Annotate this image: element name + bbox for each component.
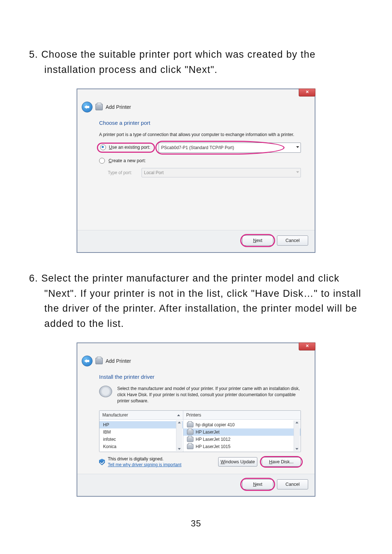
type-of-port-label: Type of port: <box>108 170 132 175</box>
step-6-text: Select the printer manufacturer and the … <box>41 273 362 329</box>
driver-signing-link[interactable]: Tell me why driver signing is important <box>108 462 181 467</box>
printer-icon <box>187 444 193 449</box>
close-icon[interactable]: ✕ <box>299 342 315 350</box>
choose-port-dialog: ✕ Add Printer Choose a printer port A pr… <box>77 89 315 253</box>
shield-icon <box>99 459 105 465</box>
sort-asc-icon <box>177 414 180 416</box>
signed-text: This driver is digitally signed. <box>108 456 181 461</box>
next-button[interactable]: Next <box>242 479 273 489</box>
use-existing-port-radio[interactable] <box>100 144 106 150</box>
install-driver-dialog: ✕ Add Printer Install the printer driver… <box>77 342 315 497</box>
printers-header[interactable]: Printers <box>183 411 301 420</box>
use-existing-port-row[interactable]: Use an existing port: PScab0d7-P1 (Stand… <box>97 143 301 153</box>
type-of-port-select: Local Port <box>142 168 301 177</box>
printer-item[interactable]: HP LaserJet <box>183 428 301 436</box>
dialog1-heading: Choose a printer port <box>99 120 301 126</box>
printer-icon <box>187 437 193 442</box>
dialog2-desc: Select the manufacturer and model of you… <box>117 386 301 404</box>
close-icon[interactable]: ✕ <box>299 89 315 97</box>
create-new-port-label: Create a new port: <box>109 158 146 163</box>
chevron-down-icon <box>296 171 299 173</box>
dialog1-title: Add Printer <box>106 104 131 110</box>
printer-icon <box>95 358 103 364</box>
dialog2-heading: Install the printer driver <box>99 374 301 380</box>
manufacturer-header[interactable]: Manufacturer <box>99 411 183 420</box>
printer-icon <box>187 422 193 427</box>
page-number: 35 <box>29 518 363 529</box>
type-of-port-value: Local Port <box>144 170 164 175</box>
driver-picker: Manufacturer HP IBM infotec Konica Print… <box>99 410 301 452</box>
dialog2-title: Add Printer <box>106 358 131 364</box>
step-5-text: Choose the suitable printer port which w… <box>41 49 316 75</box>
create-new-port-radio[interactable] <box>99 158 105 164</box>
disc-icon <box>99 386 112 397</box>
manufacturer-item[interactable]: infotec <box>99 436 183 443</box>
manufacturer-item[interactable]: IBM <box>99 428 183 436</box>
step-5: 5. Choose the suitable printer port whic… <box>29 47 363 78</box>
step-5-number: 5. <box>29 49 41 60</box>
create-new-port-row[interactable]: Create a new port: <box>99 158 301 164</box>
step-6: 6. Select the printer manufacturer and t… <box>29 271 363 332</box>
cancel-button[interactable]: Cancel <box>277 479 308 489</box>
have-disk-button[interactable]: Have Disk... <box>262 457 301 467</box>
manufacturer-item[interactable]: HP <box>99 421 183 428</box>
existing-port-select[interactable]: PScab0d7-P1 (Standard TCP/IP Port) <box>159 143 301 153</box>
existing-port-value: PScab0d7-P1 (Standard TCP/IP Port) <box>161 145 234 150</box>
printer-item[interactable]: hp digital copier 410 <box>183 421 301 428</box>
back-icon[interactable] <box>82 356 93 366</box>
chevron-down-icon[interactable] <box>296 146 299 148</box>
manufacturer-item[interactable]: Konica <box>99 443 183 450</box>
next-button[interactable]: Next <box>242 235 273 246</box>
type-of-port-row: Type of port: Local Port <box>99 168 301 177</box>
scrollbar[interactable] <box>176 420 182 451</box>
back-icon[interactable] <box>82 102 93 112</box>
printer-item[interactable]: HP LaserJet 1012 <box>183 436 301 443</box>
scrollbar[interactable] <box>294 420 300 451</box>
cancel-button[interactable]: Cancel <box>277 235 308 246</box>
printer-item[interactable]: HP LaserJet 1015 <box>183 443 301 450</box>
printer-icon <box>187 430 193 435</box>
step-6-number: 6. <box>29 273 41 284</box>
printer-icon <box>95 104 103 110</box>
windows-update-button[interactable]: Windows Update <box>218 457 257 467</box>
dialog1-desc: A printer port is a type of connection t… <box>99 132 301 138</box>
use-existing-port-label: Use an existing port: <box>109 145 150 150</box>
